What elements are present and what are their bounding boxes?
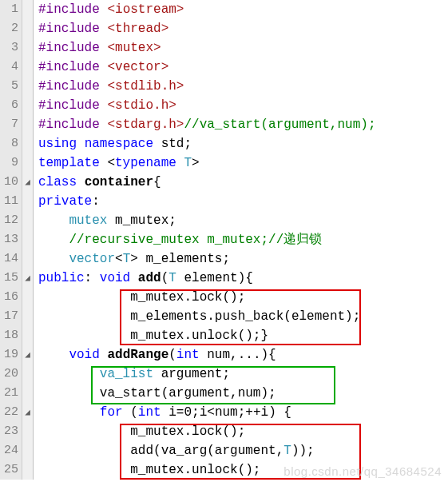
code-line: mutex m_mutex;	[38, 211, 448, 230]
code-line: #include <thread>	[38, 19, 448, 38]
line-number: 9	[0, 153, 22, 173]
fold-toggle-icon[interactable]: ◢	[22, 345, 33, 364]
code-line: m_mutex.lock();	[38, 288, 448, 307]
code-line: #include <vector>	[38, 58, 448, 77]
line-number: 6	[0, 96, 22, 115]
code-line: m_elements.push_back(element);	[38, 307, 448, 326]
code-line: #include <stdarg.h>//va_start(argument,n…	[38, 115, 448, 134]
line-number: 21	[0, 384, 22, 403]
code-line: #include <iostream>	[38, 0, 448, 19]
code-line: add(va_arg(argument,T));	[38, 441, 448, 460]
code-line: vector<T> m_elements;	[38, 249, 448, 269]
line-number: 15	[0, 269, 22, 288]
line-number: 5	[0, 77, 22, 96]
line-number-gutter: 1 2 3 4 5 6 7 8 9 10 11 12 13 14 15 16 1…	[0, 0, 22, 480]
line-number: 7	[0, 115, 22, 134]
line-number: 18	[0, 326, 22, 345]
line-number: 19	[0, 345, 22, 364]
code-line: for (int i=0;i<num;++i) {	[38, 403, 448, 422]
code-line: void addRange(int num,...){	[38, 345, 448, 364]
line-number: 16	[0, 288, 22, 307]
code-line: using namespace std;	[38, 134, 448, 153]
code-line: m_mutex.unlock();}	[38, 326, 448, 345]
line-number: 23	[0, 422, 22, 441]
code-line: va_start(argument,num);	[38, 384, 448, 403]
line-number: 11	[0, 192, 22, 211]
code-line: #include <stdio.h>	[38, 96, 448, 115]
line-number: 24	[0, 441, 22, 460]
code-editor: 1 2 3 4 5 6 7 8 9 10 11 12 13 14 15 16 1…	[0, 0, 448, 480]
fold-column: ◢ ◢ ◢ ◢	[22, 0, 34, 480]
code-line: template <typename T>	[38, 153, 448, 173]
code-line: #include <stdlib.h>	[38, 77, 448, 96]
code-line: va_list argument;	[38, 364, 448, 384]
fold-toggle-icon[interactable]: ◢	[22, 403, 33, 422]
code-line: private:	[38, 192, 448, 211]
line-number: 2	[0, 19, 22, 38]
code-line: #include <mutex>	[38, 38, 448, 58]
line-number: 10	[0, 173, 22, 192]
code-line: m_mutex.lock();	[38, 422, 448, 441]
code-area[interactable]: #include <iostream> #include <thread> #i…	[34, 0, 448, 480]
line-number: 13	[0, 230, 22, 249]
fold-toggle-icon[interactable]: ◢	[22, 269, 33, 288]
fold-toggle-icon[interactable]: ◢	[22, 173, 33, 192]
code-line: class container{	[38, 173, 448, 192]
line-number: 4	[0, 58, 22, 77]
line-number: 14	[0, 249, 22, 269]
code-line: public: void add(T element){	[38, 269, 448, 288]
line-number: 22	[0, 403, 22, 422]
line-number: 17	[0, 307, 22, 326]
code-line: //recursive_mutex m_mutex;//递归锁	[38, 230, 448, 249]
line-number: 25	[0, 460, 22, 480]
line-number: 12	[0, 211, 22, 230]
line-number: 3	[0, 38, 22, 58]
code-line: m_mutex.unlock();	[38, 460, 448, 480]
line-number: 1	[0, 0, 22, 19]
line-number: 8	[0, 134, 22, 153]
line-number: 20	[0, 364, 22, 384]
